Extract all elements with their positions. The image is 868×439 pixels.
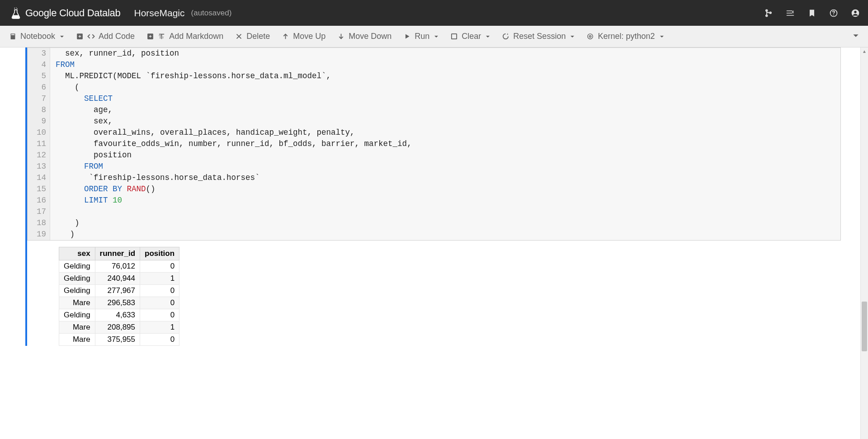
- add-markdown-button[interactable]: TT Add Markdown: [146, 32, 223, 41]
- run-button[interactable]: Run: [403, 32, 439, 41]
- table-row: Gelding277,9670: [59, 285, 179, 297]
- caret-down-icon: [853, 33, 859, 39]
- output-area: sexrunner_idposition Gelding76,0120Geldi…: [27, 241, 841, 346]
- code-body[interactable]: sex, runner_id, positionFROM ML.PREDICT(…: [50, 48, 840, 240]
- table-header-row: sexrunner_idposition: [59, 247, 179, 260]
- svg-rect-16: [452, 34, 457, 39]
- plus-icon: [146, 33, 154, 40]
- table-row: Mare296,5830: [59, 297, 179, 309]
- table-body: Gelding76,0120Gelding240,9441Gelding277,…: [59, 260, 179, 346]
- table-row: Gelding240,9441: [59, 273, 179, 285]
- caret-down-icon: [434, 34, 439, 39]
- account-icon[interactable]: [851, 9, 860, 18]
- delete-button[interactable]: Delete: [235, 32, 270, 41]
- logo-text: Google Cloud Datalab: [25, 7, 121, 19]
- kernel-icon: [586, 33, 594, 40]
- table-row: Mare375,9550: [59, 334, 179, 346]
- scrollbar-up-icon[interactable]: ▲: [861, 47, 868, 55]
- output-table: sexrunner_idposition Gelding76,0120Geldi…: [59, 247, 179, 346]
- scrollbar-thumb[interactable]: [862, 302, 867, 351]
- arrow-up-icon: [282, 33, 289, 40]
- code-cell[interactable]: 345678910111213141516171819 sex, runner_…: [25, 47, 841, 346]
- svg-text:T: T: [159, 34, 161, 39]
- logo: Google Cloud Datalab: [11, 7, 121, 19]
- kernel-button[interactable]: Kernel: python2: [586, 32, 664, 41]
- table-row: Gelding4,6330: [59, 309, 179, 321]
- code-editor[interactable]: 345678910111213141516171819 sex, runner_…: [27, 47, 841, 241]
- caret-down-icon: [486, 34, 490, 39]
- help-icon[interactable]: [829, 9, 838, 18]
- svg-point-0: [14, 8, 15, 9]
- text-icon: TT: [158, 33, 165, 40]
- arrow-down-icon: [337, 33, 345, 40]
- reset-icon: [502, 33, 509, 40]
- table-row: Gelding76,0120: [59, 260, 179, 273]
- move-up-button[interactable]: Move Up: [282, 32, 326, 41]
- notebook-area[interactable]: 345678910111213141516171819 sex, runner_…: [0, 47, 868, 439]
- list-icon[interactable]: [786, 9, 795, 18]
- git-icon[interactable]: [764, 9, 773, 18]
- svg-point-1: [16, 7, 16, 8]
- scrollbar[interactable]: ▲: [860, 47, 868, 439]
- line-gutter: 345678910111213141516171819: [28, 48, 50, 240]
- bookmark-icon[interactable]: [807, 9, 816, 18]
- notebook-title[interactable]: HorseMagic: [134, 8, 185, 19]
- notebook-icon: [9, 33, 17, 40]
- clear-icon: [450, 33, 458, 40]
- svg-text:T: T: [162, 36, 164, 39]
- close-icon: [235, 33, 243, 40]
- caret-down-icon: [660, 34, 664, 39]
- clear-button[interactable]: Clear: [450, 32, 490, 41]
- toolbar: Notebook Add Code TT Add Markdown Delete…: [0, 26, 868, 47]
- datalab-flask-icon: [11, 7, 21, 19]
- svg-rect-11: [11, 34, 14, 35]
- reset-session-button[interactable]: Reset Session: [502, 32, 575, 41]
- svg-point-9: [854, 10, 856, 13]
- caret-down-icon: [570, 34, 575, 39]
- svg-point-7: [833, 14, 834, 15]
- app-header: Google Cloud Datalab HorseMagic (autosav…: [0, 0, 868, 26]
- plus-icon: [76, 33, 84, 40]
- svg-point-19: [590, 36, 590, 37]
- autosaved-status: (autosaved): [191, 9, 232, 18]
- notebook-menu-button[interactable]: Notebook: [9, 32, 64, 41]
- code-icon: [87, 33, 95, 40]
- table-row: Mare208,8951: [59, 321, 179, 334]
- toolbar-overflow-button[interactable]: [853, 32, 859, 41]
- svg-point-2: [17, 8, 18, 9]
- add-code-button[interactable]: Add Code: [76, 32, 135, 41]
- play-icon: [403, 33, 411, 40]
- caret-down-icon: [60, 34, 64, 39]
- move-down-button[interactable]: Move Down: [337, 32, 392, 41]
